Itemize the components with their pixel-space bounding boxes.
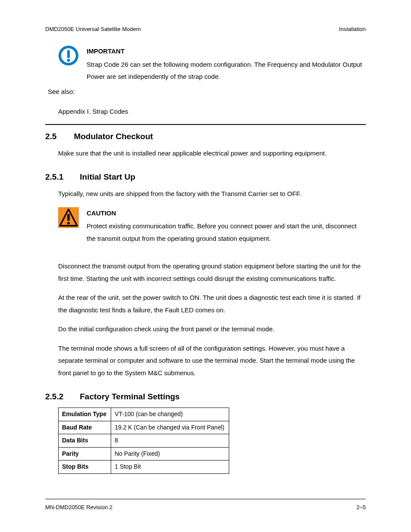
important-body: Strap Code 26 can set the following mode… xyxy=(87,59,366,83)
heading-number: 2.5.1 xyxy=(45,172,63,182)
terminal-settings-table: Emulation Type VT-100 (can be changed) B… xyxy=(58,408,229,474)
page: DMD2050E Universal Satellite Modem Insta… xyxy=(0,0,411,532)
caution-icon xyxy=(58,207,79,228)
footer-right: 2–5 xyxy=(356,504,366,510)
page-footer: MN-DMD2050E Revision 2 2–5 xyxy=(45,504,366,510)
table-row: Stop Bits 1 Stop Bit xyxy=(59,460,229,474)
setting-label: Emulation Type xyxy=(59,408,111,421)
heading-title: Factory Terminal Settings xyxy=(80,392,180,401)
paragraph: At the rear of the unit, set the power s… xyxy=(58,292,366,316)
footer-left: MN-DMD2050E Revision 2 xyxy=(45,504,112,510)
setting-label: Data Bits xyxy=(59,434,111,448)
header-left: DMD2050E Universal Satellite Modem xyxy=(45,26,141,32)
setting-value: No Parity (Fixed) xyxy=(111,447,229,460)
setting-label: Baud Rate xyxy=(59,421,111,434)
see-also-label: See also: xyxy=(48,86,366,98)
section-divider xyxy=(45,124,366,125)
appendix-reference: Appendix I. Strap Codes xyxy=(58,106,366,118)
important-icon xyxy=(58,45,79,66)
page-header: DMD2050E Universal Satellite Modem Insta… xyxy=(45,26,366,32)
table-row: Baud Rate 19.2 K (Can be changed via Fro… xyxy=(59,421,229,434)
paragraph: The terminal mode shows a full screen of… xyxy=(58,342,366,380)
paragraph: Do the initial configuration check using… xyxy=(58,323,366,336)
heading-number: 2.5 xyxy=(45,132,56,141)
setting-label: Parity xyxy=(59,447,111,460)
heading-2-5-2: 2.5.2 Factory Terminal Settings xyxy=(45,392,366,401)
important-block: IMPORTANT Strap Code 26 can set the foll… xyxy=(58,45,366,83)
header-right: Installation xyxy=(339,26,366,32)
heading-title: Initial Start Up xyxy=(80,172,135,182)
svg-rect-5 xyxy=(67,214,69,221)
footer-divider xyxy=(45,499,366,499)
paragraph: Typically, new units are shipped from th… xyxy=(58,188,366,200)
caution-title: CAUTION xyxy=(87,207,366,220)
table-row: Parity No Parity (Fixed) xyxy=(59,447,229,460)
svg-point-2 xyxy=(67,59,70,62)
caution-block: CAUTION Protect existing communication t… xyxy=(58,207,366,245)
content-area: IMPORTANT Strap Code 26 can set the foll… xyxy=(45,45,366,474)
setting-value: VT-100 (can be changed) xyxy=(111,408,229,421)
table-row: Data Bits 8 xyxy=(59,434,229,448)
paragraph: Make sure that the unit is installed nea… xyxy=(58,147,366,160)
setting-value: 1 Stop Bit xyxy=(111,460,229,474)
svg-point-6 xyxy=(67,222,70,224)
table-row: Emulation Type VT-100 (can be changed) xyxy=(59,408,229,421)
setting-value: 19.2 K (Can be changed via Front Panel) xyxy=(111,421,229,434)
heading-number: 2.5.2 xyxy=(45,392,63,401)
heading-title: Modulator Checkout xyxy=(74,132,153,141)
important-text: IMPORTANT Strap Code 26 can set the foll… xyxy=(87,45,366,83)
important-title: IMPORTANT xyxy=(87,45,366,58)
caution-body: Protect existing communication traffic. … xyxy=(87,220,366,245)
heading-2-5: 2.5 Modulator Checkout xyxy=(45,132,366,141)
setting-value: 8 xyxy=(111,434,229,448)
setting-label: Stop Bits xyxy=(59,460,111,474)
svg-rect-1 xyxy=(67,50,70,58)
paragraph: Disconnect the transmit output from the … xyxy=(58,260,366,285)
heading-2-5-1: 2.5.1 Initial Start Up xyxy=(45,172,366,182)
caution-text: CAUTION Protect existing communication t… xyxy=(87,207,366,245)
